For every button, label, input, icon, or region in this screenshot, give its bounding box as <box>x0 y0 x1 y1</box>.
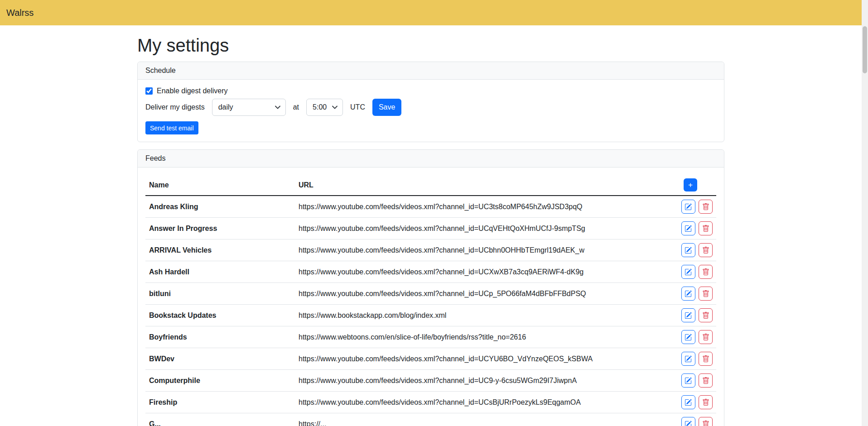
feed-actions <box>678 326 716 348</box>
edit-feed-button[interactable] <box>681 352 695 366</box>
timezone-label: UTC <box>350 103 365 111</box>
pencil-square-icon <box>685 247 692 254</box>
deliver-label: Deliver my digests <box>145 103 205 111</box>
pencil-square-icon <box>685 355 692 363</box>
pencil-square-icon <box>685 421 692 426</box>
schedule-card-body: Enable digest delivery Deliver my digest… <box>138 80 724 142</box>
table-row: Fireship https://www.youtube.com/feeds/v… <box>145 392 716 413</box>
delete-feed-button[interactable] <box>699 330 713 344</box>
delete-feed-button[interactable] <box>699 352 713 366</box>
delete-feed-button[interactable] <box>699 417 713 426</box>
feed-actions <box>678 196 716 218</box>
feed-name: Bookstack Updates <box>145 305 295 326</box>
delete-feed-button[interactable] <box>699 265 713 279</box>
trash-icon <box>702 247 709 254</box>
edit-feed-button[interactable] <box>681 308 695 322</box>
frequency-select[interactable]: daily <box>212 99 286 116</box>
trash-icon <box>702 312 709 319</box>
trash-icon <box>702 421 709 426</box>
enable-digest-label: Enable digest delivery <box>157 87 228 95</box>
time-select[interactable]: 5:00 <box>306 99 343 116</box>
feed-url: https://www.webtoons.com/en/slice-of-lif… <box>295 326 678 348</box>
delete-feed-button[interactable] <box>699 221 713 235</box>
delete-feed-button[interactable] <box>699 308 713 322</box>
feed-actions <box>678 305 716 326</box>
scrollbar-thumb[interactable] <box>863 26 867 73</box>
navbar: Walrss <box>0 0 862 25</box>
page-title: My settings <box>137 34 724 56</box>
feeds-card-body: Name URL + Andreas Kling https://www.you… <box>138 168 724 426</box>
trash-icon <box>702 399 709 406</box>
table-row: Boyfriends https://www.webtoons.com/en/s… <box>145 326 716 348</box>
trash-icon <box>702 225 709 232</box>
feeds-table-header-row: Name URL + <box>145 175 716 196</box>
feed-name: Ash Hardell <box>145 261 295 283</box>
feed-actions <box>678 239 716 261</box>
table-row: Bookstack Updates https://www.bookstacka… <box>145 305 716 326</box>
pencil-square-icon <box>685 225 692 232</box>
feed-url: https://... <box>295 413 678 426</box>
table-row: BWDev https://www.youtube.com/feeds/vide… <box>145 348 716 370</box>
enable-digest-row: Enable digest delivery <box>145 87 716 95</box>
edit-feed-button[interactable] <box>681 330 695 344</box>
delete-feed-button[interactable] <box>699 373 713 388</box>
time-value: 5:00 <box>313 103 327 111</box>
scrollbar[interactable] <box>862 0 868 426</box>
save-button[interactable]: Save <box>372 99 401 116</box>
feed-actions <box>678 370 716 392</box>
feeds-card: Feeds Name URL + Andreas Kling https:// <box>137 149 724 426</box>
delete-feed-button[interactable] <box>699 200 713 214</box>
trash-icon <box>702 290 709 297</box>
feed-url: https://www.youtube.com/feeds/videos.xml… <box>295 348 678 370</box>
delete-feed-button[interactable] <box>699 243 713 257</box>
edit-feed-button[interactable] <box>681 417 695 426</box>
feed-name: Boyfriends <box>145 326 295 348</box>
feed-url: https://www.bookstackapp.com/blog/index.… <box>295 305 678 326</box>
edit-feed-button[interactable] <box>681 200 695 214</box>
feed-name: Computerphile <box>145 370 295 392</box>
trash-icon <box>702 355 709 363</box>
feed-name: Answer In Progress <box>145 218 295 239</box>
schedule-card-header: Schedule <box>138 62 724 80</box>
feed-name: ARRIVAL Vehicles <box>145 239 295 261</box>
chevron-down-icon <box>332 105 338 109</box>
add-feed-button[interactable]: + <box>684 178 697 191</box>
feed-actions <box>678 218 716 239</box>
table-row: Ash Hardell https://www.youtube.com/feed… <box>145 261 716 283</box>
table-row: bitluni https://www.youtube.com/feeds/vi… <box>145 283 716 305</box>
edit-feed-button[interactable] <box>681 243 695 257</box>
delete-feed-button[interactable] <box>699 395 713 409</box>
feed-actions <box>678 261 716 283</box>
trash-icon <box>702 203 709 211</box>
trash-icon <box>702 334 709 341</box>
frequency-value: daily <box>218 103 233 111</box>
schedule-card: Schedule Enable digest delivery Deliver … <box>137 62 724 142</box>
feed-name: Fireship <box>145 392 295 413</box>
table-row: G... https://... <box>145 413 716 426</box>
feed-url: https://www.youtube.com/feeds/videos.xml… <box>295 261 678 283</box>
pencil-square-icon <box>685 268 692 276</box>
edit-feed-button[interactable] <box>681 373 695 388</box>
edit-feed-button[interactable] <box>681 221 695 235</box>
send-test-email-button[interactable]: Send test email <box>145 121 198 134</box>
feed-name: G... <box>145 413 295 426</box>
pencil-square-icon <box>685 203 692 211</box>
pencil-square-icon <box>685 399 692 406</box>
pencil-square-icon <box>685 290 692 297</box>
edit-feed-button[interactable] <box>681 395 695 409</box>
feed-url: https://www.youtube.com/feeds/videos.xml… <box>295 218 678 239</box>
enable-digest-checkbox[interactable] <box>145 87 153 95</box>
feeds-card-header: Feeds <box>138 150 724 168</box>
feeds-table: Name URL + Andreas Kling https://www.you… <box>145 175 716 426</box>
table-row: ARRIVAL Vehicles https://www.youtube.com… <box>145 239 716 261</box>
table-row: Answer In Progress https://www.youtube.c… <box>145 218 716 239</box>
feeds-table-body: Andreas Kling https://www.youtube.com/fe… <box>145 196 716 426</box>
delete-feed-button[interactable] <box>699 287 713 301</box>
feed-name: Andreas Kling <box>145 196 295 218</box>
brand-link[interactable]: Walrss <box>6 8 34 18</box>
pencil-square-icon <box>685 377 692 384</box>
trash-icon <box>702 377 709 384</box>
edit-feed-button[interactable] <box>681 287 695 301</box>
edit-feed-button[interactable] <box>681 265 695 279</box>
feed-url: https://www.youtube.com/feeds/videos.xml… <box>295 370 678 392</box>
